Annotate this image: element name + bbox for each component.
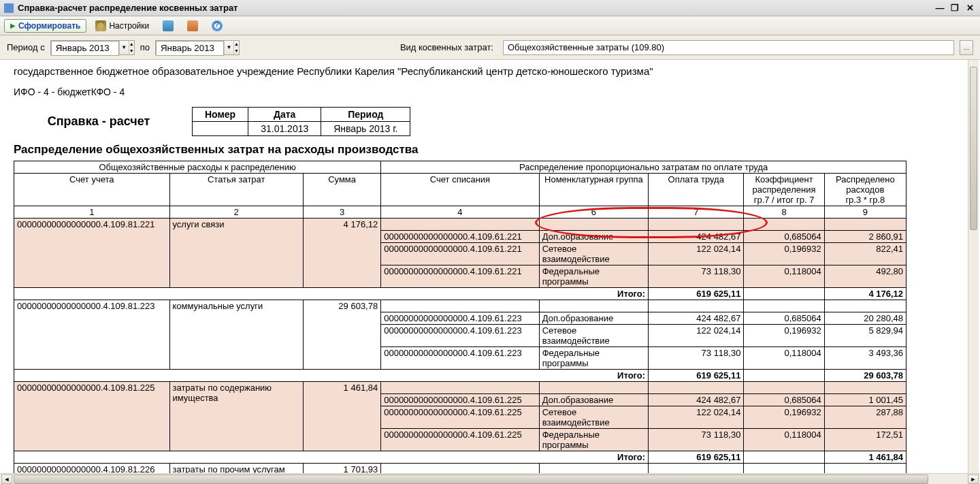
period-from-input[interactable] <box>51 41 119 56</box>
spin-down-icon[interactable]: ▼ <box>233 48 239 54</box>
dropdown-icon[interactable]: ▼ <box>224 41 233 54</box>
cell-writeoff: 00000000000000000.4.109.61.225 <box>381 394 540 406</box>
cell-article: коммунальные услуги <box>169 300 303 370</box>
cell-coef: 0,118004 <box>744 429 824 451</box>
cell-account: 00000000000000000.4.109.81.225 <box>14 382 170 451</box>
spin-down-icon[interactable]: ▼ <box>129 48 134 54</box>
cell-dist: 2 860,91 <box>824 231 906 243</box>
cell-pay: 122 024,14 <box>649 406 744 429</box>
mini-val-num <box>193 122 248 136</box>
cell-sum: 1 701,93 <box>303 464 380 474</box>
cell-dist <box>824 382 906 394</box>
cell-group <box>539 300 648 312</box>
cell-dist: 1 001,45 <box>824 394 906 406</box>
coln-8: 8 <box>744 206 824 219</box>
generate-label: Сформировать <box>18 21 80 31</box>
distribution-table: Общехозяйственные расходы к распределени… <box>14 161 906 473</box>
cell-coef: 0,196932 <box>744 325 824 347</box>
cell-account: 00000000000000000.4.109.81.221 <box>14 219 170 288</box>
hdr-c9: Распределенорасходовгр.3 * гр.8 <box>824 174 906 206</box>
cell-group: Сетевое взаимодействие <box>539 243 648 265</box>
cell-dist <box>824 464 906 474</box>
maximize-button[interactable]: ❐ <box>949 3 961 14</box>
cell-dist: 3 493,36 <box>824 347 906 370</box>
cell-pay: 122 024,14 <box>649 325 744 347</box>
scrollbar-thumb[interactable] <box>14 474 928 484</box>
cell-writeoff: 00000000000000000.4.109.61.221 <box>381 231 540 243</box>
dropdown-icon[interactable]: ▼ <box>119 41 129 54</box>
cell-group: Федеральные программы <box>539 429 648 451</box>
cell-dist: 822,41 <box>824 243 906 265</box>
cell-dist <box>824 300 906 312</box>
report-body[interactable]: государственное бюджетное образовательно… <box>0 60 980 473</box>
mini-val-period: Январь 2013 г. <box>321 122 410 136</box>
cell-group: Доп.образование <box>539 394 648 406</box>
toolbar-action-1[interactable] <box>158 18 178 33</box>
cell-group: Сетевое взаимодействие <box>539 325 648 347</box>
cell-coef: 0,685064 <box>744 394 824 406</box>
cell-coef <box>744 300 824 312</box>
cell-writeoff <box>381 464 540 474</box>
spin-up-icon[interactable]: ▲ <box>233 41 239 48</box>
cell-pay <box>649 300 744 312</box>
cell-dist: 172,51 <box>824 429 906 451</box>
scrollbar-thumb[interactable] <box>970 67 977 230</box>
scroll-right-icon[interactable]: ► <box>968 474 979 484</box>
cell-dist <box>824 219 906 231</box>
itogo-coef <box>744 451 824 464</box>
cell-sum: 4 176,12 <box>303 219 380 288</box>
toolbar: ▶ Сформировать Настройки <box>0 16 980 35</box>
period-to-input[interactable] <box>156 41 224 56</box>
report-title: Справка - расчет <box>14 114 184 129</box>
period-from-field[interactable]: ▼ ▲▼ <box>50 40 135 55</box>
coln-9: 9 <box>824 206 906 219</box>
cell-article: затраты по прочим услугам <box>169 464 303 474</box>
spin-up-icon[interactable]: ▲ <box>129 41 134 48</box>
kind-combo[interactable]: Общехозяйственные затраты (109.80) <box>503 40 954 55</box>
cell-writeoff: 00000000000000000.4.109.61.221 <box>381 243 540 265</box>
kfo-line: ИФО - 4 - бюджетКФО - 4 <box>14 86 966 97</box>
gear-icon <box>95 20 106 31</box>
organization-name: государственное бюджетное образовательно… <box>14 65 966 77</box>
cell-pay: 73 118,30 <box>649 429 744 451</box>
coln-3: 3 <box>303 206 380 219</box>
cell-coef: 0,196932 <box>744 406 824 429</box>
help-button[interactable] <box>207 18 227 33</box>
cell-group: Федеральные программы <box>539 265 648 288</box>
vertical-scrollbar[interactable] <box>968 60 979 473</box>
cell-coef: 0,118004 <box>744 265 824 288</box>
itogo-dist: 4 176,12 <box>824 288 906 300</box>
itogo-coef <box>744 288 824 300</box>
cell-dist: 492,80 <box>824 265 906 288</box>
scroll-left-icon[interactable]: ◄ <box>1 474 12 484</box>
cell-group <box>539 219 648 231</box>
generate-button[interactable]: ▶ Сформировать <box>4 19 86 33</box>
mini-col-period: Период <box>321 108 410 122</box>
minimize-button[interactable]: — <box>934 3 946 14</box>
params-bar: Период с ▼ ▲▼ по ▼ ▲▼ Вид косвенных затр… <box>0 35 980 60</box>
mini-col-date: Дата <box>248 108 321 122</box>
hdr-c4: Счет списания <box>381 174 540 206</box>
toolbar-action-2[interactable] <box>182 18 203 33</box>
settings-button[interactable]: Настройки <box>91 18 154 33</box>
cell-coef: 0,685064 <box>744 312 824 325</box>
cell-coef: 0,685064 <box>744 231 824 243</box>
cell-group: Доп.образование <box>539 312 648 325</box>
coln-6: 6 <box>539 206 648 219</box>
mini-val-date: 31.01.2013 <box>248 122 321 136</box>
section-title: Распределение общехозяйственных затрат н… <box>14 143 966 157</box>
kind-select-button[interactable]: … <box>960 40 973 55</box>
action2-icon <box>187 20 198 31</box>
itogo-coef <box>744 370 824 382</box>
horizontal-scrollbar[interactable]: ◄ ► <box>0 473 980 484</box>
period-to-field[interactable]: ▼ ▲▼ <box>155 40 240 55</box>
cell-pay <box>649 219 744 231</box>
play-icon: ▶ <box>10 22 16 29</box>
cell-coef <box>744 464 824 474</box>
close-button[interactable]: ✕ <box>964 3 976 14</box>
itogo-label: Итого: <box>14 451 649 464</box>
cell-pay <box>649 382 744 394</box>
help-icon <box>212 20 223 31</box>
hdr-c2: Статья затрат <box>169 174 303 206</box>
itogo-pay: 619 625,11 <box>649 288 744 300</box>
